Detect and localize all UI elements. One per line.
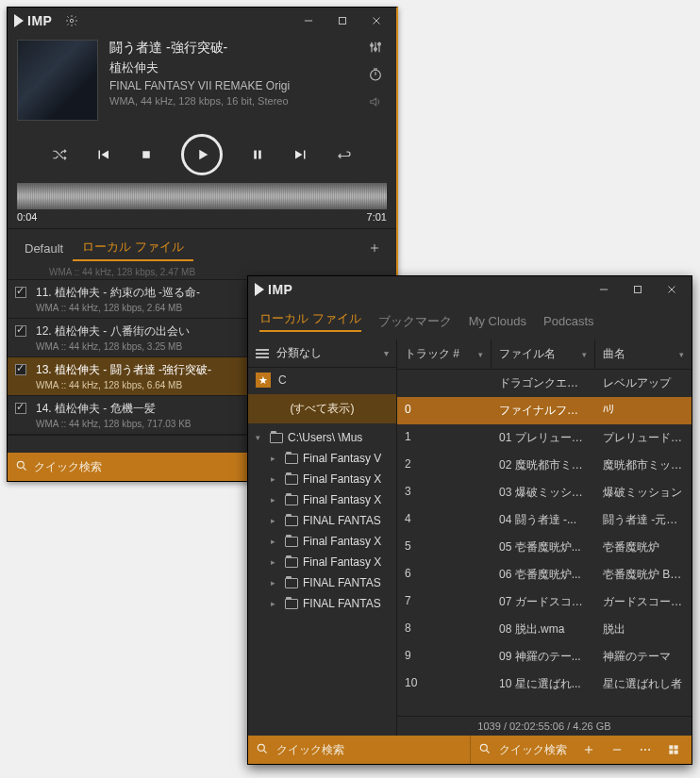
svg-rect-43 xyxy=(669,751,673,754)
tree-item[interactable]: ▸FINAL FANTAS xyxy=(248,572,396,593)
grid-header: トラック #▾ ファイル名▾ 曲名▾ xyxy=(397,339,692,370)
col-file[interactable]: ファイル名▾ xyxy=(492,339,595,369)
library-sidebar: 分類なし ▾ ★ C (すべて表示) ▾C:\Users\ \Mus▸Final… xyxy=(248,339,397,736)
close-button[interactable] xyxy=(362,9,391,32)
album-art[interactable] xyxy=(17,40,98,121)
tree-root[interactable]: ▾C:\Users\ \Mus xyxy=(248,427,396,448)
grid-row[interactable]: 606 壱番魔晄炉...壱番魔晄炉 Ba... xyxy=(397,561,692,588)
cell-file: 09 神羅のテー... xyxy=(492,643,595,670)
cell-track: 1 xyxy=(397,424,492,452)
svg-rect-44 xyxy=(675,751,678,754)
checkbox-icon[interactable] xyxy=(15,287,26,298)
timer-icon[interactable] xyxy=(368,67,383,85)
expand-icon[interactable]: ▸ xyxy=(271,454,280,463)
add-tab-button[interactable] xyxy=(360,237,389,259)
grid-row[interactable]: 909 神羅のテー...神羅のテーマ xyxy=(397,643,692,670)
grouping-header[interactable]: 分類なし ▾ xyxy=(248,339,396,368)
tab-default[interactable]: Default xyxy=(15,238,73,259)
hamburger-icon[interactable] xyxy=(256,349,269,358)
libtab-bookmarks[interactable]: ブックマーク xyxy=(378,313,452,330)
cell-file: 05 壱番魔晄炉... xyxy=(492,534,595,561)
maximize-button[interactable] xyxy=(328,9,357,32)
tab-local-files[interactable]: ローカル ファイル xyxy=(73,235,193,261)
minimize-button[interactable] xyxy=(590,278,618,301)
favorite-drive[interactable]: ★ C xyxy=(248,368,396,392)
logo-triangle-icon xyxy=(255,283,264,296)
expand-icon[interactable]: ▸ xyxy=(271,516,280,525)
shuffle-button[interactable] xyxy=(51,146,68,163)
folder-label: Final Fantasy V xyxy=(303,452,381,465)
col-title[interactable]: 曲名▾ xyxy=(595,339,692,369)
checkbox-icon[interactable] xyxy=(15,325,26,337)
quick-search-label[interactable]: クイック検索 xyxy=(276,742,344,758)
search-icon[interactable] xyxy=(478,742,492,758)
show-all-button[interactable]: (すべて表示) xyxy=(248,394,396,423)
add-button[interactable] xyxy=(578,743,599,756)
tree-item[interactable]: ▸Final Fantasy X xyxy=(248,489,396,510)
pause-button[interactable] xyxy=(249,146,266,163)
search-icon[interactable] xyxy=(15,459,28,475)
grid-view-button[interactable] xyxy=(663,743,684,756)
track-format: WMA, 44 kHz, 128 kbps, 16 bit, Stereo xyxy=(109,95,353,107)
cell-title: 神羅のテーマ xyxy=(595,643,692,670)
expand-icon[interactable]: ▸ xyxy=(271,599,280,608)
tree-item[interactable]: ▸Final Fantasy V xyxy=(248,448,396,469)
folder-icon xyxy=(285,557,298,568)
folder-tree[interactable]: ▾C:\Users\ \Mus▸Final Fantasy V▸Final Fa… xyxy=(248,425,396,736)
library-grid[interactable]: ドラゴンクエスト ...レベルアップ0ファイナルファン...ﾊﾘ101 プレリュ… xyxy=(397,370,692,716)
tree-item[interactable]: ▸Final Fantasy X xyxy=(248,469,396,489)
cell-title: レベルアップ xyxy=(595,370,692,397)
grid-row[interactable]: 101 プレリュード -...プレリュード -再... xyxy=(397,424,692,452)
quick-search-label[interactable]: クイック検索 xyxy=(34,459,102,475)
tree-item[interactable]: ▸Final Fantasy X xyxy=(248,552,396,572)
minimize-button[interactable] xyxy=(294,9,323,32)
settings-icon[interactable] xyxy=(58,9,86,32)
grid-row[interactable]: ドラゴンクエスト ...レベルアップ xyxy=(397,370,692,397)
folder-label: Final Fantasy X xyxy=(303,493,381,506)
equalizer-icon[interactable] xyxy=(368,40,383,58)
tree-item[interactable]: ▸Final Fantasy X xyxy=(248,531,396,552)
quick-search-label[interactable]: クイック検索 xyxy=(499,742,572,758)
grid-row[interactable]: 202 魔晄都市ミッ...魔晄都市ミッド... xyxy=(397,452,692,479)
svg-point-8 xyxy=(371,44,374,47)
checkbox-icon[interactable] xyxy=(15,403,26,414)
grid-row[interactable]: 707 ガードスコー...ガードスコーピ... xyxy=(397,588,692,616)
grid-row[interactable]: 0ファイナルファン...ﾊﾘ xyxy=(397,397,692,424)
close-button[interactable] xyxy=(658,278,686,301)
repeat-button[interactable] xyxy=(336,146,353,163)
next-button[interactable] xyxy=(292,146,309,163)
grid-row[interactable]: 808 脱出.wma脱出 xyxy=(397,616,692,643)
play-button[interactable] xyxy=(181,134,223,175)
col-track[interactable]: トラック #▾ xyxy=(397,339,492,369)
volume-icon[interactable] xyxy=(368,94,383,112)
checkbox-icon[interactable] xyxy=(15,364,26,375)
collapse-icon[interactable]: ▾ xyxy=(256,433,265,442)
libtab-clouds[interactable]: My Clouds xyxy=(469,314,526,328)
tree-item[interactable]: ▸FINAL FANTAS xyxy=(248,593,396,614)
expand-icon[interactable]: ▸ xyxy=(271,557,280,567)
track-title: 闘う者達 -強行突破- xyxy=(109,40,353,57)
remove-button[interactable] xyxy=(607,743,627,756)
svg-line-20 xyxy=(24,467,26,470)
waveform[interactable] xyxy=(8,179,396,209)
grid-row[interactable]: 1010 星に選ばれ...星に選ばれし者 xyxy=(397,670,692,698)
expand-icon[interactable]: ▸ xyxy=(271,474,280,484)
search-icon[interactable] xyxy=(256,742,269,758)
library-tabs: ローカル ファイル ブックマーク My Clouds Podcasts xyxy=(248,303,692,339)
libtab-podcasts[interactable]: Podcasts xyxy=(543,314,593,328)
grid-row[interactable]: 404 闘う者達 -...闘う者達 -元ソ... xyxy=(397,506,692,534)
cell-track: 8 xyxy=(397,616,492,643)
expand-icon[interactable]: ▸ xyxy=(271,537,280,546)
stop-button[interactable] xyxy=(138,146,155,163)
maximize-button[interactable] xyxy=(624,278,652,301)
time-total: 7:01 xyxy=(367,211,387,223)
tree-item[interactable]: ▸FINAL FANTAS xyxy=(248,510,396,531)
menu-button[interactable] xyxy=(635,743,656,756)
grid-row[interactable]: 303 爆破ミッショ...爆破ミッション xyxy=(397,479,692,506)
prev-button[interactable] xyxy=(94,146,111,163)
app-logo: IMP xyxy=(13,13,52,28)
libtab-local[interactable]: ローカル ファイル xyxy=(259,310,361,332)
grid-row[interactable]: 505 壱番魔晄炉...壱番魔晄炉 xyxy=(397,534,692,561)
expand-icon[interactable]: ▸ xyxy=(271,495,280,505)
expand-icon[interactable]: ▸ xyxy=(271,578,280,588)
